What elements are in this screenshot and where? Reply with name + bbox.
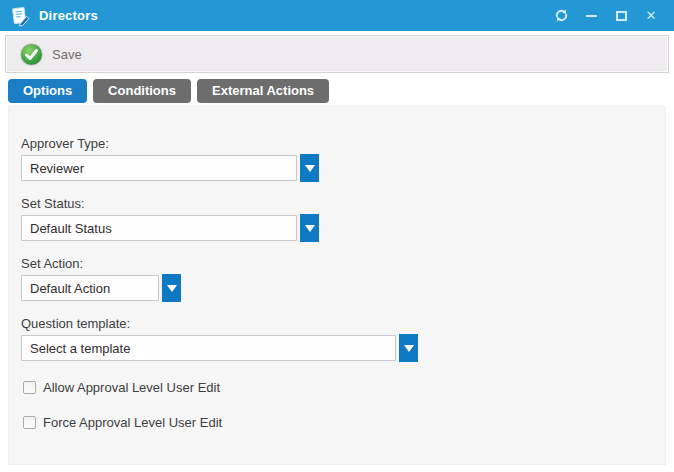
- question-template-label: Question template:: [21, 316, 665, 331]
- toolbar-container: Save: [0, 31, 674, 73]
- set-action-value[interactable]: Default Action: [21, 275, 159, 301]
- maximize-icon: [616, 11, 627, 21]
- approval-edit-options: Allow Approval Level User Edit Force App…: [21, 380, 665, 430]
- set-action-label: Set Action:: [21, 256, 665, 271]
- approver-type-dropdown[interactable]: Reviewer: [21, 154, 319, 182]
- minimize-icon: [586, 15, 597, 17]
- document-pen-icon: [9, 5, 31, 27]
- allow-approval-level-user-edit-row[interactable]: Allow Approval Level User Edit: [23, 380, 665, 395]
- set-status-dropdown-button[interactable]: [300, 214, 319, 242]
- tab-options[interactable]: Options: [8, 79, 87, 103]
- refresh-button[interactable]: [546, 3, 576, 29]
- approver-type-value[interactable]: Reviewer: [21, 155, 297, 181]
- set-status-label: Set Status:: [21, 196, 665, 211]
- force-approval-level-user-edit-label: Force Approval Level User Edit: [43, 415, 222, 430]
- force-approval-level-user-edit-checkbox[interactable]: [23, 416, 36, 429]
- chevron-down-icon: [305, 165, 315, 172]
- tab-bar: Options Conditions External Actions: [0, 73, 674, 103]
- titlebar: Directors ✕: [0, 0, 674, 31]
- directors-window: Directors ✕: [0, 0, 674, 472]
- chevron-down-icon: [167, 285, 177, 292]
- question-template-dropdown-button[interactable]: [399, 334, 418, 362]
- maximize-button[interactable]: [606, 3, 636, 29]
- window-controls: ✕: [546, 3, 674, 29]
- tab-external-actions[interactable]: External Actions: [197, 79, 329, 103]
- save-button-label: Save: [52, 47, 82, 62]
- minimize-button[interactable]: [576, 3, 606, 29]
- set-action-group: Set Action: Default Action: [21, 256, 665, 302]
- question-template-value[interactable]: Select a template: [21, 335, 396, 361]
- chevron-down-icon: [305, 225, 315, 232]
- refresh-icon: [554, 8, 569, 23]
- force-approval-level-user-edit-row[interactable]: Force Approval Level User Edit: [23, 415, 665, 430]
- set-status-group: Set Status: Default Status: [21, 196, 665, 242]
- options-panel: Approver Type: Reviewer Set Status: Defa…: [8, 106, 666, 465]
- approver-type-dropdown-button[interactable]: [300, 154, 319, 182]
- save-button[interactable]: Save: [19, 42, 82, 67]
- approver-type-label: Approver Type:: [21, 136, 665, 151]
- approver-type-group: Approver Type: Reviewer: [21, 136, 665, 182]
- allow-approval-level-user-edit-label: Allow Approval Level User Edit: [43, 380, 220, 395]
- set-action-dropdown-button[interactable]: [162, 274, 181, 302]
- allow-approval-level-user-edit-checkbox[interactable]: [23, 381, 36, 394]
- chevron-down-icon: [404, 345, 414, 352]
- close-icon: ✕: [646, 9, 657, 22]
- set-status-value[interactable]: Default Status: [21, 215, 297, 241]
- question-template-dropdown[interactable]: Select a template: [21, 334, 418, 362]
- green-check-circle-icon: [19, 42, 44, 67]
- toolbar: Save: [5, 35, 669, 73]
- tab-conditions[interactable]: Conditions: [93, 79, 191, 103]
- question-template-group: Question template: Select a template: [21, 316, 665, 362]
- close-button[interactable]: ✕: [636, 3, 666, 29]
- window-title: Directors: [39, 8, 98, 23]
- set-status-dropdown[interactable]: Default Status: [21, 214, 319, 242]
- set-action-dropdown[interactable]: Default Action: [21, 274, 181, 302]
